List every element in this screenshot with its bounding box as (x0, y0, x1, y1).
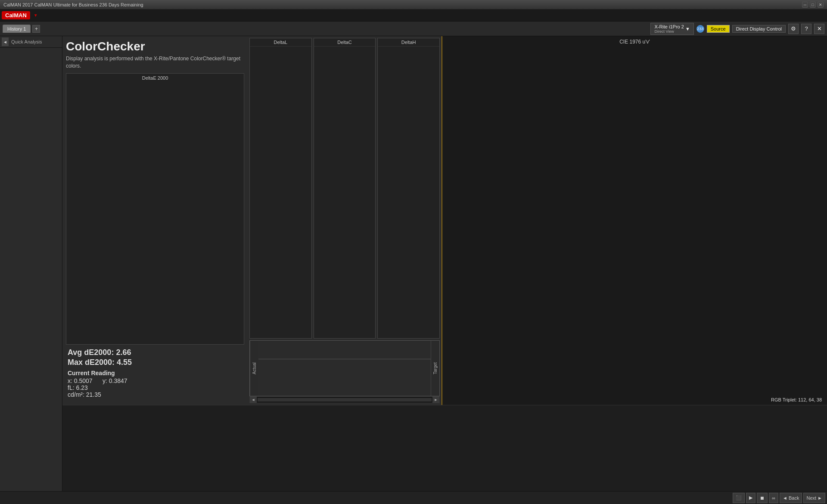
name-row (258, 378, 431, 396)
delta-l-title: DeltaL (250, 38, 311, 47)
y-label: y: (103, 377, 107, 384)
delta-l-chart: DeltaL (249, 38, 312, 339)
history-tab[interactable]: History 1 (3, 25, 31, 33)
right-panel: CIE 1976 u'v' RGB Triplet: 112, 64, 38 (441, 36, 827, 405)
main-layout: ◄ Quick Analysis ColorChecker Display an… (0, 36, 827, 491)
actual-row (258, 341, 431, 359)
delta-h-body (378, 47, 439, 338)
bottom-strip: ⬛ ▶ ⏹ ∞ ◄ Back Next ► (0, 491, 827, 504)
content-area: ColorChecker Display analysis is perform… (62, 36, 827, 491)
title-bar-text: CalMAN 2017 CalMAN Ultimate for Business… (3, 2, 143, 7)
title-bar: CalMAN 2017 CalMAN Ultimate for Business… (0, 0, 827, 9)
delta-charts-row: DeltaL DeltaC DeltaH (249, 38, 440, 339)
cdm2-num: 21.35 (86, 391, 101, 398)
logo-dropdown[interactable]: ▼ (34, 13, 38, 18)
toolbar-right: X-Rite i1Pro 2 Direct View ▼ 233 Source … (650, 23, 824, 35)
reading-values: x: 0.5007 y: 0.3847 (68, 377, 243, 384)
sidebar-section-title: Quick Analysis (11, 39, 42, 44)
bottom-right: ⬛ ▶ ⏹ ∞ ◄ Back Next ► (731, 493, 825, 503)
scroll-left-button[interactable]: ◄ (250, 396, 257, 403)
avg-label: Avg dE2000: (68, 348, 114, 357)
device-selector[interactable]: X-Rite i1Pro 2 Direct View ▼ (650, 23, 693, 35)
delta-c-title: DeltaC (314, 38, 376, 47)
device-sub: Direct View (654, 29, 684, 34)
y-value: 0.3847 (109, 377, 127, 384)
target-row (258, 359, 431, 377)
source-button[interactable]: Source (707, 25, 730, 33)
swatches-wrapper (258, 341, 431, 396)
actual-label: Actual (250, 341, 258, 396)
color-swatches: Actual Target (249, 340, 440, 396)
x-value: 0.5007 (74, 377, 93, 384)
add-tab-button[interactable]: + (32, 25, 40, 33)
fl-num: 6.23 (76, 384, 87, 391)
calman-logo: CalMAN (2, 11, 30, 19)
bar-chart-container: DeltaE 2000 (66, 73, 244, 345)
target-label: Target (431, 341, 439, 396)
sidebar-toggle-button[interactable]: ◄ (2, 37, 9, 46)
help-icon-button[interactable]: ? (801, 24, 811, 34)
middle-panel: DeltaL DeltaC DeltaH (248, 36, 441, 405)
data-table-container[interactable] (62, 405, 827, 491)
fl-label: fL: (68, 384, 75, 391)
left-panel: ColorChecker Display analysis is perform… (62, 36, 248, 405)
device-badge: 233 (696, 25, 704, 33)
reading-label: Current Reading (68, 370, 243, 376)
scroll-right-button[interactable]: ► (432, 396, 439, 403)
x-label: x: (68, 377, 72, 384)
title-bar-controls: ─ □ ✕ (802, 2, 824, 8)
toolbar: History 1 + X-Rite i1Pro 2 Direct View ▼… (0, 22, 827, 36)
delta-h-chart: DeltaH (377, 38, 440, 339)
delta-l-svg (250, 47, 311, 338)
cie-svg (444, 46, 825, 396)
display-control-button[interactable]: Direct Display Control (732, 25, 786, 33)
back-button[interactable]: ◄ Back (780, 493, 802, 503)
bar-chart (68, 81, 242, 336)
rgb-triplet: RGB Triplet: 112, 64, 38 (444, 396, 825, 403)
cdm2-value: cd/m²: 21.35 (68, 391, 243, 398)
delta-c-svg (314, 47, 376, 338)
maximize-button[interactable]: □ (810, 2, 816, 8)
scroll-bar[interactable] (258, 398, 432, 401)
cdm2-label: cd/m²: (68, 391, 84, 398)
page-title: ColorChecker (66, 40, 244, 53)
device-name: X-Rite i1Pro 2 (654, 24, 684, 29)
page-description: Display analysis is performed with the X… (66, 55, 244, 70)
icon-infinite-btn[interactable]: ∞ (769, 493, 778, 503)
fl-value: fL: 6.23 (68, 384, 243, 391)
delta-l-body (250, 47, 311, 338)
delta-h-title: DeltaH (378, 38, 439, 47)
menu-bar: CalMAN ▼ (0, 9, 827, 22)
close-icon-button[interactable]: ✕ (814, 24, 824, 34)
icon-film-btn[interactable]: ⬛ (733, 493, 745, 503)
sidebar: ◄ Quick Analysis (0, 36, 62, 491)
cie-diagram (444, 46, 825, 396)
content-main: ColorChecker Display analysis is perform… (62, 36, 827, 405)
delta-h-svg (378, 47, 439, 338)
avg-value: 2.66 (116, 348, 131, 357)
delta-c-chart: DeltaC (314, 38, 376, 339)
stats-panel: Avg dE2000: 2.66 Max dE2000: 4.55 Curren… (66, 345, 244, 401)
next-button[interactable]: Next ► (803, 493, 825, 503)
close-button[interactable]: ✕ (818, 2, 824, 8)
scroll-nav: ◄ ► (249, 396, 440, 403)
delta-c-body (314, 47, 376, 338)
icon-stop-btn[interactable]: ⏹ (757, 493, 768, 503)
icon-play-btn[interactable]: ▶ (746, 493, 755, 503)
max-label: Max dE2000: (68, 358, 115, 367)
device-info: X-Rite i1Pro 2 Direct View (654, 24, 684, 34)
max-de2000: Max dE2000: 4.55 (68, 358, 243, 367)
avg-de2000: Avg dE2000: 2.66 (68, 348, 243, 357)
device-dropdown-icon: ▼ (685, 26, 690, 31)
settings-icon-button[interactable]: ⚙ (788, 24, 799, 34)
max-value: 4.55 (117, 358, 132, 367)
chart-title: DeltaE 2000 (68, 75, 242, 81)
cie-title: CIE 1976 u'v' (444, 38, 825, 46)
minimize-button[interactable]: ─ (802, 2, 808, 8)
